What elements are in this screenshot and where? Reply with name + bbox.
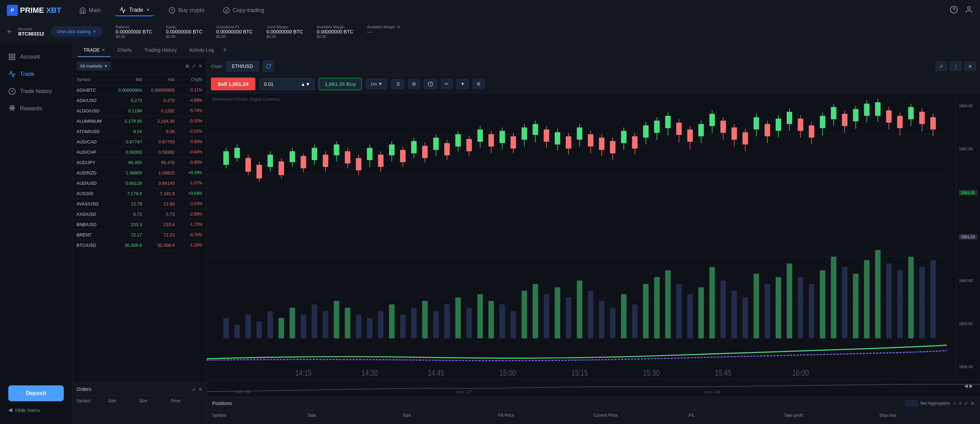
- chart-pair-button[interactable]: ETH/USD: [226, 61, 259, 71]
- svg-text:16:00: 16:00: [792, 368, 809, 378]
- svg-rect-55: [577, 281, 582, 338]
- svg-rect-135: [477, 130, 483, 142]
- close-icon[interactable]: ✕: [199, 64, 202, 69]
- market-row[interactable]: BNB/USD 233.3 233.4 -1.73%: [72, 220, 207, 230]
- market-symbol: AUD/NZD: [76, 170, 109, 175]
- nav-copy-trading[interactable]: Copy-trading: [219, 5, 269, 16]
- timeframe-button[interactable]: 1m ▼: [366, 79, 387, 89]
- sidebar-item-trade-history[interactable]: Trade history: [0, 83, 72, 100]
- orders-close-icon[interactable]: ✕: [199, 387, 202, 392]
- overlay-button[interactable]: ⊞: [408, 79, 420, 89]
- draw-more-button[interactable]: ▼: [457, 79, 469, 89]
- net-aggregation-toggle[interactable]: [905, 400, 918, 406]
- market-symbol: AUD/USD: [76, 181, 109, 186]
- add-tab-button[interactable]: +: [223, 46, 227, 54]
- market-ask: 0.275: [142, 98, 175, 103]
- svg-rect-36: [367, 318, 372, 338]
- sidebar-item-trade[interactable]: Trade: [0, 65, 72, 83]
- market-row[interactable]: ADA/BTC 0.00000904 0.00000905 -3.11%: [72, 85, 207, 96]
- account-info: Account BTC883312: [18, 27, 45, 37]
- account-label: Account: [18, 27, 45, 31]
- chart-icon: [119, 6, 126, 13]
- chart-more-button[interactable]: ⋮: [950, 62, 962, 71]
- tab-trade[interactable]: TRADE ✕: [78, 44, 111, 57]
- market-row[interactable]: AUD/CHF 0.59350 0.59382 -0.64%: [72, 147, 207, 158]
- market-row[interactable]: AVAX/USD 12.79 12.80 -3.03%: [72, 199, 207, 209]
- scroll-left-button[interactable]: ◀: [964, 383, 968, 389]
- nav-trade[interactable]: Trade ▼: [115, 5, 154, 16]
- market-symbol: BNB/USD: [76, 222, 109, 227]
- svg-text:Jun 27: Jun 27: [455, 390, 472, 394]
- orders-expand-icon[interactable]: ⤢: [192, 387, 196, 392]
- market-row[interactable]: AUD/USD 0.66128 0.66145 -1.07%: [72, 178, 207, 188]
- logo[interactable]: P PRIME XBT: [7, 5, 61, 16]
- market-row[interactable]: AUD/CAD 0.87747 0.87759 -0.50%: [72, 137, 207, 147]
- market-row[interactable]: BRENT 72.17 72.23 -0.76%: [72, 230, 207, 240]
- market-row[interactable]: BTC/USD 30,306.6 30,306.6 -1.26%: [72, 240, 207, 250]
- market-row[interactable]: AUS200 7,179.6 7,181.9 +0.54%: [72, 188, 207, 199]
- market-row[interactable]: AXS/USD 5.72 5.73 -2.89%: [72, 209, 207, 220]
- current-buy-price: 1861.35: [959, 190, 977, 196]
- market-row[interactable]: ALUMINIUM 2,179.95 2,184.30 -0.20%: [72, 116, 207, 126]
- nav-buy-crypto[interactable]: Buy crypto: [164, 5, 208, 16]
- svg-rect-177: [710, 114, 715, 126]
- chart-close-button[interactable]: ⤢: [935, 62, 947, 71]
- market-row[interactable]: ATOM/USD 9.24 9.26 -2.01%: [72, 126, 207, 137]
- help-icon[interactable]: [950, 5, 958, 15]
- market-table-header: Symbol Bid Ask Chg%: [72, 75, 207, 85]
- one-click-trading-button[interactable]: One-click trading: [51, 27, 102, 37]
- grid-icon[interactable]: ⊞: [185, 64, 189, 69]
- svg-rect-107: [323, 155, 328, 167]
- all-markets-label: All markets: [80, 64, 102, 69]
- chart-sync-button[interactable]: [263, 61, 274, 72]
- market-bid: 233.3: [109, 222, 142, 227]
- deposit-button[interactable]: Deposit: [8, 386, 64, 401]
- expand-icon[interactable]: ⤢: [192, 64, 196, 69]
- tab-trade-close[interactable]: ✕: [102, 48, 105, 53]
- sidebar-item-account[interactable]: Account: [0, 48, 72, 65]
- all-markets-button[interactable]: All markets ▼: [76, 61, 111, 71]
- scroll-right-button[interactable]: ▶: [969, 383, 973, 389]
- svg-rect-58: [610, 308, 616, 338]
- svg-rect-76: [809, 284, 814, 338]
- svg-rect-66: [698, 287, 704, 338]
- svg-rect-159: [610, 141, 616, 153]
- sidebar: Account Trade Trade history Rewards Depo…: [0, 43, 72, 424]
- svg-rect-181: [732, 128, 737, 140]
- settings-button[interactable]: ⚙: [473, 79, 485, 89]
- hide-menu-button[interactable]: ◀ Hide menu: [8, 407, 64, 413]
- buy-price-display[interactable]: 1,861.35 Buy: [319, 78, 362, 90]
- market-row[interactable]: AUD/NZD 1.08805 1.08825 +0.29%: [72, 168, 207, 178]
- svg-text:Jun 26: Jun 26: [234, 390, 251, 394]
- rewards-icon: [8, 105, 16, 112]
- quantity-input[interactable]: 0.01 ▲▼: [259, 78, 315, 90]
- sell-button[interactable]: Sell 1,861.24: [211, 78, 255, 90]
- svg-rect-33: [334, 301, 339, 338]
- net-agg-expand-icon[interactable]: ⤢: [953, 401, 956, 406]
- nav-main[interactable]: Main: [75, 5, 105, 16]
- svg-rect-80: [853, 274, 858, 338]
- market-row[interactable]: AUD/JPY 95.455 95.476 -0.90%: [72, 158, 207, 168]
- tab-activity-log[interactable]: Activity Log: [184, 44, 220, 57]
- time-axis-button[interactable]: [424, 79, 437, 89]
- tab-trading-history[interactable]: Trading History: [139, 44, 182, 57]
- user-icon[interactable]: [965, 5, 973, 15]
- svg-rect-169: [665, 116, 671, 128]
- market-bid: 0.00000904: [109, 88, 142, 93]
- chart-close-x-button[interactable]: ✕: [964, 62, 976, 71]
- market-row[interactable]: ADA/USD 0.273 0.275 -4.88%: [72, 96, 207, 106]
- svg-rect-65: [687, 294, 693, 338]
- tab-charts[interactable]: Charts: [112, 44, 137, 57]
- market-row[interactable]: ALGO/USD 0.1199 0.1202 -5.74%: [72, 106, 207, 116]
- quantity-value: 0.01: [264, 81, 273, 87]
- indicators-button[interactable]: [391, 79, 404, 89]
- net-agg-settings-icon[interactable]: ≡: [959, 401, 961, 406]
- positions-close-icon[interactable]: ✕: [971, 401, 975, 406]
- sidebar-item-rewards[interactable]: Rewards: [0, 100, 72, 117]
- svg-rect-8: [9, 57, 11, 60]
- positions-maximize-icon[interactable]: ⤢: [964, 401, 968, 406]
- draw-button[interactable]: ✏: [441, 79, 452, 89]
- svg-rect-57: [599, 301, 605, 338]
- add-account-button[interactable]: +: [7, 27, 11, 36]
- market-symbol: AXS/USD: [76, 212, 109, 217]
